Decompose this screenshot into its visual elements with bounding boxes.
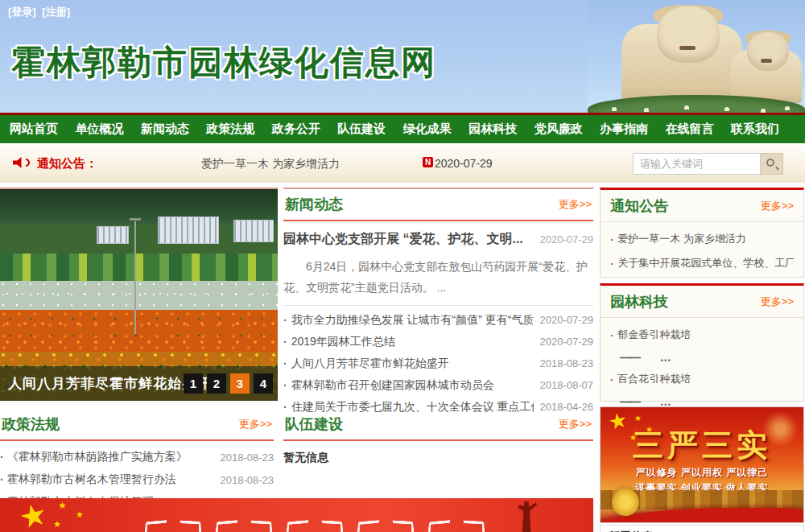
statue-detail bbox=[679, 46, 696, 50]
site-title: 霍林郭勒市园林绿化信息网 bbox=[11, 40, 436, 85]
flag-star-icon: ★ bbox=[15, 498, 51, 532]
news-date: 2018-08-23 bbox=[540, 357, 594, 369]
search-button[interactable] bbox=[761, 153, 783, 175]
notices-sidebox-title: 通知公告 bbox=[610, 196, 668, 216]
notice-list-item: · 爱护一草一木 为家乡增活力 bbox=[610, 227, 794, 251]
flag-star-icon: ★ bbox=[53, 519, 61, 530]
tech-link[interactable]: 郁金香引种栽培 bbox=[617, 328, 691, 342]
slider-image-sprinkler bbox=[134, 221, 136, 334]
policy-link[interactable]: 《霍林郭勒市林荫路推广实施方案》 bbox=[7, 450, 221, 464]
nav-item-home[interactable]: 网站首页 bbox=[10, 122, 58, 137]
team-panel-title: 队伍建设 bbox=[285, 414, 343, 434]
sysj-banner-line1: 严以修身 严以用权 严以律己 bbox=[601, 466, 803, 480]
team-more-link[interactable]: 更多>> bbox=[559, 417, 592, 431]
notice-label: 通知公告： bbox=[37, 156, 97, 171]
divider bbox=[283, 305, 593, 306]
policy-date: 2018-08-23 bbox=[221, 474, 275, 486]
news-date: 2020-07-29 bbox=[540, 336, 594, 348]
nav-item-message[interactable]: 在线留言 bbox=[666, 122, 714, 137]
nav-item-guide[interactable]: 办事指南 bbox=[600, 122, 648, 137]
sysj-banner-title: 三严三实 bbox=[601, 425, 803, 466]
slider-image-trees bbox=[0, 254, 278, 281]
policy-link[interactable]: 霍林郭勒市古树名木管理暂行办法 bbox=[7, 472, 221, 487]
team-empty-text: 暂无信息 bbox=[283, 451, 593, 465]
nav-item-tech[interactable]: 园林科技 bbox=[469, 122, 517, 137]
divider bbox=[283, 439, 593, 441]
party-emblem-icon bbox=[612, 489, 639, 516]
slider-page-1[interactable]: 1 bbox=[184, 373, 203, 394]
banner-calligraphy-strokes bbox=[145, 521, 485, 532]
news-list-item: · 霍林郭勒市召开创建国家园林城市动员会 2018-08-07 bbox=[283, 374, 593, 396]
news-link[interactable]: 霍林郭勒市召开创建国家园林城市动员会 bbox=[291, 378, 534, 393]
featured-news-date: 2020-07-29 bbox=[540, 233, 594, 245]
speaker-icon bbox=[13, 157, 30, 168]
nav-item-policy[interactable]: 政策法规 bbox=[206, 122, 254, 137]
search-icon bbox=[766, 159, 774, 167]
statue-banner-image bbox=[588, 0, 805, 113]
nav-item-greening[interactable]: 绿化成果 bbox=[403, 122, 452, 137]
flag-star-icon: ★ bbox=[58, 500, 67, 511]
tech-list-item: · 百合花引种栽培 bbox=[610, 367, 794, 391]
policy-list-item: · 霍林郭勒市古树名木管理暂行办法 2018-08-23 bbox=[0, 468, 274, 491]
slider-page-4[interactable]: 4 bbox=[254, 373, 273, 394]
notice-list-item: · 关于集中开展花园式单位、学校、工厂... bbox=[610, 251, 794, 275]
statue-detail bbox=[761, 59, 772, 63]
bottom-banner-image: ★ ★ ★ ★ bbox=[0, 498, 593, 532]
news-link[interactable]: 人间八月芳菲尽霍市鲜花始盛开 bbox=[291, 357, 534, 371]
auth-links: [登录] [注册] bbox=[8, 5, 73, 19]
login-link[interactable]: [登录] bbox=[8, 6, 36, 18]
tech-list-item: · 郁金香引种栽培 bbox=[610, 323, 794, 347]
nav-item-party[interactable]: 党风廉政 bbox=[535, 122, 583, 137]
news-panel: 新闻动态 更多>> 园林中心党支部开展 “爱花、护花、文明... 2020-07… bbox=[283, 188, 593, 402]
slider-page-3-active[interactable]: 3 bbox=[230, 373, 250, 394]
photo-slider[interactable]: 人间八月芳菲尽霍市鲜花始盛开 1 2 3 4 bbox=[0, 188, 278, 401]
tech-link[interactable]: 百合花引种栽培 bbox=[617, 372, 691, 386]
notice-link[interactable]: 关于集中开展花园式单位、学校、工厂... bbox=[617, 256, 794, 270]
news-date: 2018-08-07 bbox=[540, 379, 594, 391]
news-list-item: · 人间八月芳菲尽霍市鲜花始盛开 2018-08-23 bbox=[283, 353, 593, 374]
site-header: [登录] [注册] 霍林郭勒市园林绿化信息网 bbox=[0, 0, 805, 113]
news-list-item: · 我市全力助推绿色发展 让城市有“颜值” 更有“气质” 2020-07-29 bbox=[283, 309, 593, 331]
sysj-banner-image[interactable]: ★ ★ ★ ★ 三严三实 严以修身 严以用权 严以律己 谋事要实 创业要实 做人… bbox=[600, 406, 804, 523]
nav-item-team[interactable]: 队伍建设 bbox=[337, 122, 386, 137]
flag-star-icon: ★ bbox=[76, 509, 84, 520]
divider bbox=[283, 220, 593, 221]
search-input[interactable] bbox=[633, 153, 761, 175]
nav-item-contact[interactable]: 联系我们 bbox=[731, 122, 779, 137]
new-badge-icon: N bbox=[423, 157, 433, 167]
tech-item-subline: —— ... bbox=[610, 347, 794, 367]
nav-item-gov-affairs[interactable]: 政务公开 bbox=[272, 122, 320, 137]
nav-item-news[interactable]: 新闻动态 bbox=[141, 122, 189, 137]
main-nav: 网站首页 单位概况 新闻动态 政策法规 政务公开 队伍建设 绿化成果 园林科技 … bbox=[0, 113, 805, 143]
nav-item-about[interactable]: 单位概况 bbox=[75, 122, 123, 137]
slider-caption[interactable]: 人间八月芳菲尽霍市鲜花始盛开 bbox=[0, 374, 211, 393]
slider-image-white-flowers bbox=[0, 281, 278, 310]
notices-more-link[interactable]: 更多>> bbox=[761, 199, 794, 213]
tech-sidebox: 园林科技 更多>> · 郁金香引种栽培 —— ... · 百合花引种栽培 —— … bbox=[600, 283, 804, 402]
tech-sidebox-title: 园林科技 bbox=[610, 292, 668, 311]
slider-pagination: 1 2 3 4 bbox=[184, 373, 273, 394]
register-link[interactable]: [注册] bbox=[42, 6, 70, 18]
notice-link[interactable]: 爱护一草一木 为家乡增活力 bbox=[617, 232, 746, 246]
news-link[interactable]: 2019年园林工作总结 bbox=[291, 335, 534, 349]
news-list-item: · 2019年园林工作总结 2020-07-29 bbox=[283, 331, 593, 353]
statue-large-head bbox=[657, 6, 720, 63]
news-panel-title: 新闻动态 bbox=[285, 195, 343, 214]
yurt-dots bbox=[612, 107, 617, 111]
news-link[interactable]: 我市全力助推绿色发展 让城市有“颜值” 更有“气质” bbox=[291, 313, 534, 328]
page: [登录] [注册] 霍林郭勒市园林绿化信息网 网站首页 单位概况 新闻动态 政策… bbox=[0, 0, 805, 532]
policy-date: 2018-08-23 bbox=[221, 452, 275, 464]
featured-news-title[interactable]: 园林中心党支部开展 “爱花、护花、文明... bbox=[283, 231, 523, 248]
news-date: 2020-07-29 bbox=[540, 314, 594, 326]
policy-panel-title: 政策法规 bbox=[2, 414, 60, 434]
news-list: · 我市全力助推绿色发展 让城市有“颜值” 更有“气质” 2020-07-29 … bbox=[283, 309, 593, 418]
news-more-link[interactable]: 更多>> bbox=[559, 197, 592, 212]
policy-more-link[interactable]: 更多>> bbox=[239, 417, 272, 431]
right-bottom-panel: 暂无信息 bbox=[600, 525, 804, 532]
policy-list-item: · 《霍林郭勒市林荫路推广实施方案》 2018-08-23 bbox=[0, 446, 274, 468]
tech-more-link[interactable]: 更多>> bbox=[761, 295, 794, 309]
statue-small-head bbox=[747, 32, 789, 71]
slider-page-2[interactable]: 2 bbox=[207, 373, 226, 394]
notice-marquee-link[interactable]: 爱护一草一木 为家乡增活力 bbox=[201, 157, 340, 171]
notice-bar: 通知公告： 爱护一草一木 为家乡增活力 N 2020-07-29 bbox=[0, 143, 805, 183]
